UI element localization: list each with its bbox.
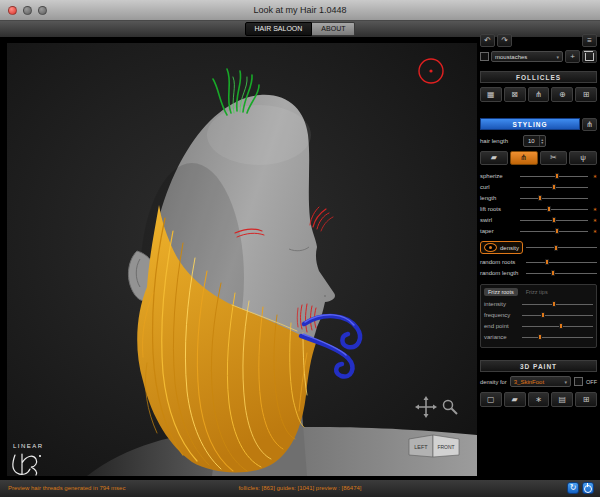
slider-handle[interactable] [552, 184, 556, 190]
hair-length-stepper[interactable]: 10 ▴ ▾ [523, 135, 546, 147]
options-icon[interactable]: ≡ [582, 34, 597, 47]
view-cube-left-label: LEFT [414, 444, 428, 450]
off-label: OFF [586, 379, 597, 385]
rake-tool-icon[interactable]: ψ [569, 151, 597, 165]
import-map-icon[interactable]: ⊞ [575, 392, 597, 407]
slider-label: lift roots [480, 206, 520, 212]
follicles-comb-icon[interactable]: ⋔ [528, 87, 550, 102]
fill-map-icon[interactable]: ▤ [551, 392, 573, 407]
slider-handle[interactable] [559, 323, 563, 329]
slider-label: taper [480, 228, 520, 234]
slider-track[interactable] [520, 172, 588, 180]
slider-track[interactable] [520, 183, 588, 191]
chevron-down-icon: ▾ [556, 54, 559, 60]
slider-handle[interactable] [552, 301, 556, 307]
follicles-delete-icon[interactable]: ⊠ [504, 87, 526, 102]
keyframe-marker[interactable]: ∗ [588, 228, 597, 234]
zoom-button[interactable] [38, 6, 47, 15]
close-button[interactable] [8, 6, 17, 15]
slider-handle[interactable] [554, 245, 558, 251]
tab-frizz-roots[interactable]: Frizz roots [484, 288, 518, 296]
surface-select-value: 3_SkinFoot [514, 379, 544, 385]
clear-map-icon[interactable]: ▢ [480, 392, 502, 407]
slider-row-swirl: swirl ∗ [480, 215, 597, 225]
paw-print-icon[interactable]: ∗ [528, 392, 550, 407]
slider-handle[interactable] [538, 195, 542, 201]
slider-handle[interactable] [538, 334, 542, 340]
slider-track[interactable] [520, 227, 588, 235]
slider-track[interactable] [520, 194, 588, 202]
slider-track[interactable] [522, 300, 593, 308]
density-label: density [500, 245, 519, 251]
slider-label: random length [480, 270, 526, 276]
stepper-arrows[interactable]: ▴ ▾ [539, 136, 545, 146]
scissors-tool-icon[interactable]: ✂ [540, 151, 568, 165]
sync-icon[interactable]: ↻ [567, 482, 579, 494]
panel-toolbar: ↶ ↷ ≡ [480, 34, 597, 47]
frizz-panel: Frizz roots Frizz tips intensity frequen… [480, 284, 597, 348]
slider-label: swirl [480, 217, 520, 223]
slider-track[interactable] [520, 216, 588, 224]
slider-handle[interactable] [555, 228, 559, 234]
paint-brush-icon[interactable]: ▰ [504, 392, 526, 407]
slider-track[interactable] [522, 333, 593, 341]
slider-handle[interactable] [541, 312, 545, 318]
styling-comb-icon[interactable]: ⋔ [582, 118, 597, 131]
status-message: Preview hair threads generated in 794 ms… [8, 485, 125, 491]
toolbar-spacer [514, 34, 580, 47]
add-preset-button[interactable]: + [565, 50, 580, 63]
slider-row-length: length [480, 193, 597, 203]
slider-handle[interactable] [551, 270, 555, 276]
slider-handle[interactable] [555, 173, 559, 179]
paint-toolbar: ▢ ▰ ∗ ▤ ⊞ [480, 392, 597, 407]
undo-icon[interactable]: ↶ [480, 34, 495, 47]
density-eye-icon [484, 243, 497, 252]
slider-row-spherize: spherize ∗ [480, 171, 597, 181]
window-title: Look at my Hair 1.0448 [253, 5, 346, 15]
follicles-mesh-icon[interactable]: ⊞ [575, 87, 597, 102]
slider-handle[interactable] [552, 217, 556, 223]
status-icons: ↻ [567, 482, 594, 494]
delete-preset-button[interactable] [582, 50, 597, 63]
comb-tool-icon[interactable]: ⋔ [510, 151, 538, 165]
slider-track[interactable] [526, 269, 597, 277]
slider-track[interactable] [522, 311, 593, 319]
density-slider-track[interactable] [526, 244, 597, 252]
viewport-canvas[interactable]: LEFT FRONT LINEAR [7, 43, 477, 476]
tab-frizz-tips[interactable]: Frizz tips [522, 288, 552, 296]
follicles-link-icon[interactable]: ⊕ [551, 87, 573, 102]
traffic-lights [8, 6, 47, 15]
density-chip[interactable]: density [480, 241, 523, 254]
slider-track[interactable] [522, 322, 593, 330]
keyframe-marker[interactable]: ∗ [588, 206, 597, 212]
density-row: density [480, 241, 597, 254]
tab-about[interactable]: ABOUT [312, 22, 355, 36]
stepper-down-icon[interactable]: ▾ [541, 141, 543, 145]
keyframe-marker[interactable]: ∗ [588, 217, 597, 223]
slider-label: random roots [480, 259, 526, 265]
tab-hair-saloon[interactable]: HAIR SALOON [245, 22, 313, 36]
slider-track[interactable] [520, 205, 588, 213]
follicles-toolbar: ▦ ⊠ ⋔ ⊕ ⊞ [480, 87, 597, 102]
preset-checkbox[interactable] [480, 52, 489, 61]
preset-select[interactable]: moustaches ▾ [491, 51, 563, 62]
brush-tool-icon[interactable]: ▰ [480, 151, 508, 165]
trash-icon [585, 53, 594, 61]
control-panel: ↶ ↷ ≡ moustaches ▾ + FOLLICLES ▦ ⊠ ⋔ ⊕ ⊞… [480, 34, 597, 407]
follicles-header: FOLLICLES [480, 71, 597, 83]
off-checkbox[interactable] [574, 377, 583, 386]
slider-label: intensity [484, 301, 522, 307]
redo-icon[interactable]: ↷ [497, 34, 512, 47]
minimize-button[interactable] [23, 6, 32, 15]
power-icon[interactable] [582, 482, 594, 494]
slider-handle[interactable] [547, 206, 551, 212]
view-cube[interactable]: LEFT FRONT [409, 435, 459, 457]
slider-track[interactable] [526, 258, 597, 266]
follicles-grid-icon[interactable]: ▦ [480, 87, 502, 102]
slider-row-intensity: intensity [484, 299, 593, 309]
status-counts: follicles: [863] guides: [1041] preview … [120, 485, 480, 491]
viewport[interactable]: LEFT FRONT LINEAR [6, 42, 478, 477]
slider-handle[interactable] [545, 259, 549, 265]
surface-select[interactable]: 3_SkinFoot ▾ [510, 376, 571, 387]
keyframe-marker[interactable]: ∗ [588, 173, 597, 179]
